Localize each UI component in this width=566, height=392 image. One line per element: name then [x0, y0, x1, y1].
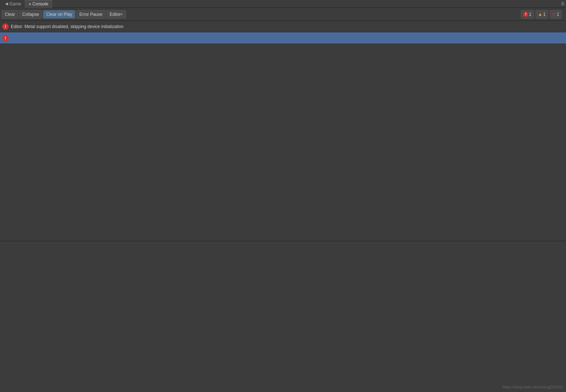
toolbar: Clear Collapse Clear on Play Error Pause…	[0, 8, 566, 21]
info-icon: !	[523, 12, 528, 17]
warning-badge[interactable]: ▲ 1	[535, 10, 548, 19]
console-container: ! Editor: Metal support disabled, skippi…	[0, 21, 566, 392]
error-count: 1	[557, 12, 559, 17]
error-pause-button[interactable]: Error Pause	[76, 10, 105, 19]
editor-button-label: Editor	[109, 12, 121, 17]
clear-button[interactable]: Clear	[1, 10, 18, 19]
error-badge[interactable]: ⊘ 1	[549, 10, 562, 19]
game-tab-icon: ◀	[5, 1, 8, 6]
editor-dropdown-icon: ▾	[121, 13, 123, 16]
toolbar-right: ! 1 ▲ 1 ⊘ 1	[521, 10, 562, 19]
console-log-area: ! Editor: Metal support disabled, skippi…	[0, 21, 566, 241]
tab-game[interactable]: ◀ Game	[1, 0, 25, 8]
info-count: 1	[529, 12, 531, 17]
tab-menu-icon[interactable]: ☰	[561, 1, 565, 6]
editor-button[interactable]: Editor ▾	[106, 10, 126, 19]
log-error-icon-2: !	[2, 35, 9, 41]
log-error-icon-1: !	[2, 23, 9, 30]
detail-pane	[0, 241, 566, 392]
warning-icon: ▲	[538, 12, 543, 17]
log-message-1: Editor: Metal support disabled, skipping…	[11, 24, 123, 29]
warning-count: 1	[543, 12, 546, 17]
console-tab-icon: ≡	[29, 2, 31, 6]
error-icon: ⊘	[552, 12, 556, 17]
collapse-button[interactable]: Collapse	[19, 10, 42, 19]
tab-console-label: Console	[32, 1, 48, 6]
log-entry-1[interactable]: ! Editor: Metal support disabled, skippi…	[0, 21, 566, 32]
info-icon-symbol: !	[525, 12, 526, 16]
info-badge[interactable]: ! 1	[521, 10, 534, 19]
watermark: https://blog.csdn.net/cheng219101	[503, 385, 563, 389]
tab-bar: ◀ Game ≡ Console ☰	[0, 0, 566, 8]
clear-on-play-button[interactable]: Clear on Play	[43, 10, 75, 19]
log-entry-2[interactable]: !	[0, 32, 566, 44]
tab-console[interactable]: ≡ Console	[25, 0, 52, 8]
tab-game-label: Game	[9, 1, 21, 6]
